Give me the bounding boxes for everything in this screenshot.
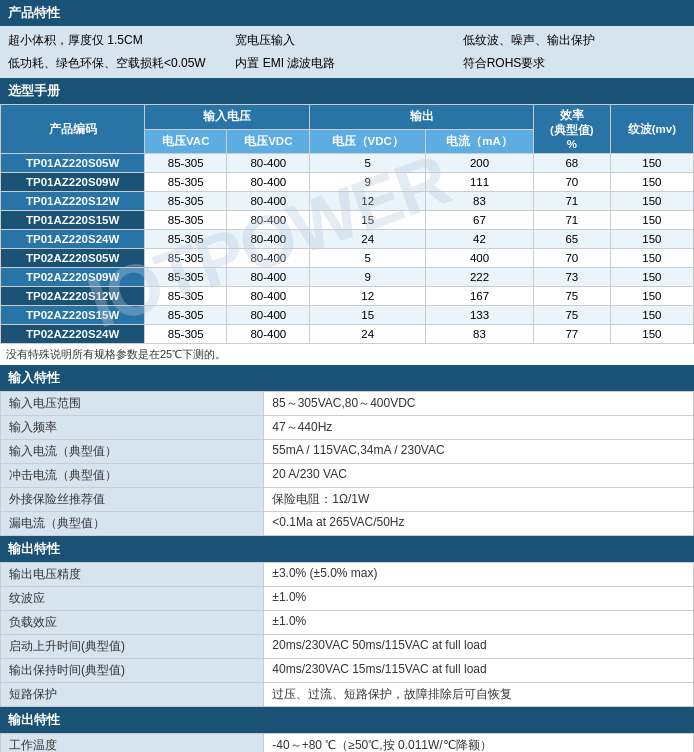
cell-rip: 150: [610, 211, 693, 230]
cell-out-i: 111: [426, 173, 534, 192]
cell-out-v: 12: [310, 287, 426, 306]
cell-vdc: 80-400: [227, 268, 310, 287]
cell-code: TP02AZ220S24W: [1, 325, 145, 344]
features-grid: 超小体积，厚度仅 1.5CM 宽电压输入 低纹波、噪声、输出保护 低功耗、绿色环…: [8, 30, 686, 74]
cell-rip: 150: [610, 249, 693, 268]
table-row: TP02AZ220S12W 85-305 80-400 12 167 75 15…: [1, 287, 694, 306]
spec-value: 85～305VAC,80～400VDC: [264, 392, 694, 416]
feature-item-3: 低功耗、绿色环保、空载损耗<0.05W: [8, 53, 231, 74]
cell-vac: 85-305: [145, 230, 227, 249]
feature-item-0: 超小体积，厚度仅 1.5CM: [8, 30, 231, 51]
cell-vac: 85-305: [145, 268, 227, 287]
cell-code: TP01AZ220S09W: [1, 173, 145, 192]
spec-value: 20ms/230VAC 50ms/115VAC at full load: [264, 635, 694, 659]
cell-code: TP01AZ220S24W: [1, 230, 145, 249]
cell-vdc: 80-400: [227, 287, 310, 306]
cell-vdc: 80-400: [227, 230, 310, 249]
cell-out-v: 24: [310, 325, 426, 344]
cell-code: TP02AZ220S15W: [1, 306, 145, 325]
cell-out-i: 133: [426, 306, 534, 325]
cell-out-i: 400: [426, 249, 534, 268]
cell-rip: 150: [610, 268, 693, 287]
feature-item-1: 宽电压输入: [235, 30, 458, 51]
cell-rip: 150: [610, 192, 693, 211]
cell-vac: 85-305: [145, 211, 227, 230]
cell-code: TP01AZ220S05W: [1, 154, 145, 173]
cell-vac: 85-305: [145, 287, 227, 306]
selection-note: 没有特殊说明所有规格参数是在25℃下测的。: [0, 344, 694, 365]
spec-label: 工作温度: [1, 734, 264, 753]
cell-vac: 85-305: [145, 249, 227, 268]
selection-manual-header: 选型手册: [0, 78, 694, 104]
col-ripple: 纹波(mv): [610, 105, 693, 154]
cell-out-v: 15: [310, 306, 426, 325]
spec-value: 20 A/230 VAC: [264, 464, 694, 488]
col-output: 输出: [310, 105, 534, 130]
input-specs-header: 输入特性: [0, 365, 694, 391]
cell-vdc: 80-400: [227, 154, 310, 173]
product-features-header: 产品特性: [0, 0, 694, 26]
spec-value: ±1.0%: [264, 611, 694, 635]
spec-label: 负载效应: [1, 611, 264, 635]
cell-out-v: 9: [310, 268, 426, 287]
cell-vac: 85-305: [145, 173, 227, 192]
cell-code: TP02AZ220S05W: [1, 249, 145, 268]
cell-eff: 70: [533, 173, 610, 192]
col-input-voltage: 输入电压: [145, 105, 310, 130]
cell-out-i: 83: [426, 192, 534, 211]
cell-rip: 150: [610, 287, 693, 306]
cell-vdc: 80-400: [227, 173, 310, 192]
spec-value: 55mA / 115VAC,34mA / 230VAC: [264, 440, 694, 464]
spec-row: 输出电压精度±3.0% (±5.0% max): [1, 563, 694, 587]
cell-code: TP01AZ220S12W: [1, 192, 145, 211]
spec-value: 过压、过流、短路保护，故障排除后可自恢复: [264, 683, 694, 707]
spec-label: 启动上升时间(典型值): [1, 635, 264, 659]
spec-row: 启动上升时间(典型值)20ms/230VAC 50ms/115VAC at fu…: [1, 635, 694, 659]
output-specs-header: 输出特性: [0, 536, 694, 562]
selection-table: 产品编码 输入电压 输出 效率 (典型值) % 纹波(mv) 电压VAC 电压V…: [0, 104, 694, 344]
cell-out-i: 167: [426, 287, 534, 306]
cell-eff: 71: [533, 211, 610, 230]
cell-eff: 75: [533, 287, 610, 306]
feature-item-2: 低纹波、噪声、输出保护: [463, 30, 686, 51]
spec-label: 短路保护: [1, 683, 264, 707]
output-specs-table: 输出电压精度±3.0% (±5.0% max)纹波应±1.0%负载效应±1.0%…: [0, 562, 694, 707]
cell-out-v: 9: [310, 173, 426, 192]
table-row: TP02AZ220S05W 85-305 80-400 5 400 70 150: [1, 249, 694, 268]
cell-code: TP02AZ220S12W: [1, 287, 145, 306]
col-product-code: 产品编码: [1, 105, 145, 154]
spec-row: 输出保持时间(典型值)40ms/230VAC 15ms/115VAC at fu…: [1, 659, 694, 683]
cell-vac: 85-305: [145, 325, 227, 344]
cell-vdc: 80-400: [227, 211, 310, 230]
cell-out-v: 5: [310, 249, 426, 268]
cell-out-v: 15: [310, 211, 426, 230]
table-row: TP02AZ220S15W 85-305 80-400 15 133 75 15…: [1, 306, 694, 325]
spec-label: 冲击电流（典型值）: [1, 464, 264, 488]
cell-eff: 73: [533, 268, 610, 287]
spec-value: <0.1Ma at 265VAC/50Hz: [264, 512, 694, 536]
cell-eff: 77: [533, 325, 610, 344]
cell-rip: 150: [610, 154, 693, 173]
spec-label: 输入电压范围: [1, 392, 264, 416]
cell-vac: 85-305: [145, 192, 227, 211]
cell-rip: 150: [610, 230, 693, 249]
spec-row: 漏电流（典型值）<0.1Ma at 265VAC/50Hz: [1, 512, 694, 536]
table-row: TP01AZ220S09W 85-305 80-400 9 111 70 150: [1, 173, 694, 192]
spec-value: 40ms/230VAC 15ms/115VAC at full load: [264, 659, 694, 683]
cell-vac: 85-305: [145, 154, 227, 173]
spec-label: 输出保持时间(典型值): [1, 659, 264, 683]
col-efficiency: 效率 (典型值) %: [533, 105, 610, 154]
table-row: TP01AZ220S12W 85-305 80-400 12 83 71 150: [1, 192, 694, 211]
spec-row: 冲击电流（典型值）20 A/230 VAC: [1, 464, 694, 488]
cell-vdc: 80-400: [227, 249, 310, 268]
col-vdc-out: 电压（VDC）: [310, 129, 426, 154]
spec-label: 输出电压精度: [1, 563, 264, 587]
cell-eff: 65: [533, 230, 610, 249]
cell-eff: 71: [533, 192, 610, 211]
spec-label: 输入频率: [1, 416, 264, 440]
cell-eff: 70: [533, 249, 610, 268]
spec-row: 负载效应±1.0%: [1, 611, 694, 635]
spec-row: 短路保护过压、过流、短路保护，故障排除后可自恢复: [1, 683, 694, 707]
spec-label: 输入电流（典型值）: [1, 440, 264, 464]
input-specs-table: 输入电压范围85～305VAC,80～400VDC输入频率47～440Hz输入电…: [0, 391, 694, 536]
